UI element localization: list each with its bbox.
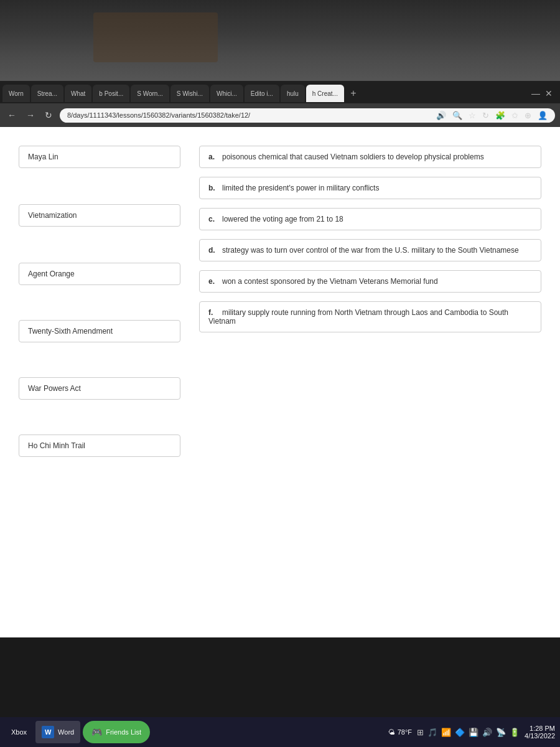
share-icon[interactable]: ⊕ [525, 111, 531, 120]
term-agent-orange[interactable]: Agent Orange [19, 263, 180, 285]
browser-content: Maya Lin Vietnamization Agent Orange Twe… [0, 127, 560, 637]
taskbar-right: 🌤 78°F ⊞ 🎵 📶 🔷 💾 🔊 📡 🔋 1:28 PM 4/13/2022 [388, 725, 555, 740]
tab-worn[interactable]: Worn [2, 85, 30, 102]
window-controls: — ✕ [531, 88, 558, 98]
quiz-container: Maya Lin Vietnamization Agent Orange Twe… [0, 127, 560, 637]
tab-s-worn[interactable]: S Worn... [131, 85, 169, 102]
tab-stream[interactable]: Strea... [31, 85, 63, 102]
definition-a[interactable]: a.poisonous chemical that caused Vietnam… [199, 146, 541, 168]
tab-creat[interactable]: h Creat... [306, 85, 344, 102]
browser-chrome: Worn Strea... What b Posit... S Worn... … [0, 81, 560, 127]
address-bar: ← → ↻ 8/days/1111343/lessons/1560382/var… [0, 103, 560, 127]
favorites-icon[interactable]: ☆ [469, 111, 476, 120]
star-icon[interactable]: ✩ [511, 111, 518, 120]
tab-what[interactable]: What [65, 85, 91, 102]
definitions-column: a.poisonous chemical that caused Vietnam… [199, 139, 541, 625]
friends-icon: 🎮 [91, 727, 102, 737]
tab-posit[interactable]: b Posit... [93, 85, 129, 102]
definition-f[interactable]: f.military supply route running from Nor… [199, 301, 541, 332]
taskbar-apps-icon[interactable]: ⊞ [417, 728, 424, 737]
forward-button[interactable]: → [24, 109, 37, 121]
taskbar-word[interactable]: W Word [35, 721, 80, 743]
term-vietnamization[interactable]: Vietnamization [19, 204, 180, 227]
tab-s-wishi[interactable]: S Wishi... [170, 85, 209, 102]
taskbar-xbox[interactable]: Xbox [5, 721, 33, 743]
search-icon[interactable]: 🔍 [452, 111, 462, 120]
terms-column: Maya Lin Vietnamization Agent Orange Twe… [19, 139, 180, 625]
tab-whici[interactable]: Whici... [210, 85, 243, 102]
word-icon: W [42, 726, 54, 738]
weather-icon: 🌤 [388, 728, 395, 736]
minimize-button[interactable]: — [531, 88, 540, 98]
term-ho-chi-minh[interactable]: Ho Chi Minh Trail [19, 435, 180, 457]
taskbar-time: 1:28 PM 4/13/2022 [525, 725, 555, 740]
tab-hulu[interactable]: hulu [281, 85, 305, 102]
definition-e[interactable]: e.won a contest sponsored by the Vietnam… [199, 270, 541, 293]
new-tab-button[interactable]: + [345, 85, 362, 101]
url-icons: 🔊 🔍 ☆ ↻ 🧩 ✩ ⊕ 👤 [436, 111, 548, 120]
taskbar-weather: 🌤 78°F [388, 728, 412, 736]
tab-bar: Worn Strea... What b Posit... S Worn... … [0, 81, 560, 103]
taskbar-system-icons: ⊞ 🎵 📶 🔷 💾 🔊 📡 🔋 [417, 728, 520, 737]
refresh-page-icon[interactable]: ↻ [482, 111, 489, 120]
url-text: 8/days/1111343/lessons/1560382/variants/… [67, 111, 250, 119]
read-aloud-icon[interactable]: 🔊 [436, 111, 446, 120]
definition-c[interactable]: c.lowered the voting age from 21 to 18 [199, 208, 541, 230]
term-twenty-sixth[interactable]: Twenty-Sixth Amendment [19, 320, 180, 342]
bluetooth-icon[interactable]: 🔷 [455, 728, 465, 737]
definition-b[interactable]: b.limited the president's power in milit… [199, 177, 541, 199]
taskbar: Xbox W Word 🎮 Friends List 🌤 78°F ⊞ 🎵 📶 … [0, 717, 560, 747]
url-field[interactable]: 8/days/1111343/lessons/1560382/variants/… [60, 108, 555, 123]
network-icon[interactable]: 📶 [441, 728, 451, 737]
close-button[interactable]: ✕ [545, 88, 553, 98]
refresh-button[interactable]: ↻ [42, 109, 55, 121]
definition-d[interactable]: d.strategy was to turn over control of t… [199, 239, 541, 261]
tab-edito[interactable]: Edito i... [245, 85, 279, 102]
term-maya-lin[interactable]: Maya Lin [19, 146, 180, 168]
sd-icon[interactable]: 💾 [469, 728, 478, 737]
volume-icon[interactable]: 🔊 [482, 728, 492, 737]
back-button[interactable]: ← [5, 109, 19, 121]
spotify-icon[interactable]: 🎵 [427, 728, 437, 737]
term-war-powers[interactable]: War Powers Act [19, 377, 180, 400]
profile-icon[interactable]: 👤 [538, 111, 548, 120]
wifi-signal-icon[interactable]: 📡 [496, 728, 506, 737]
top-photo-area [0, 0, 560, 81]
extension-icon[interactable]: 🧩 [495, 111, 505, 120]
battery-icon[interactable]: 🔋 [510, 728, 520, 737]
taskbar-friends[interactable]: 🎮 Friends List [83, 721, 150, 743]
